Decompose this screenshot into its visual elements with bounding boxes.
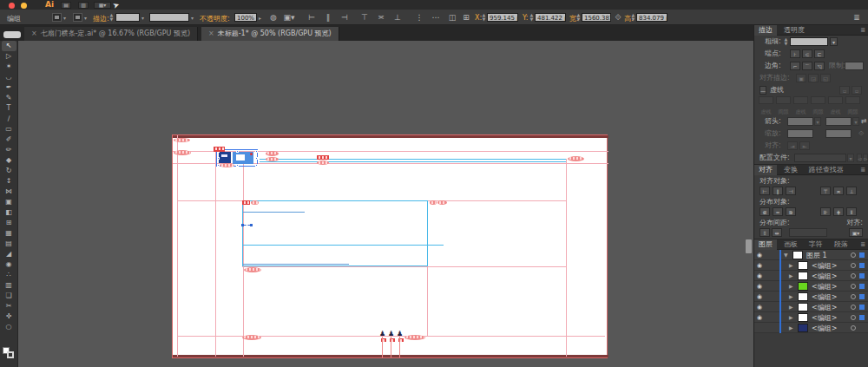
selection-indicator[interactable] <box>859 315 865 320</box>
arrowhead-end-arrow-icon[interactable]: ▾ <box>852 117 859 126</box>
layer-row[interactable]: ◉▶<编组> <box>754 302 868 312</box>
slice-tool[interactable]: ✂ <box>2 301 16 311</box>
selection-indicator[interactable] <box>859 305 865 310</box>
expand-arrow-icon[interactable]: ▶ <box>789 293 793 299</box>
layer-label[interactable]: 图层 1 <box>806 251 827 260</box>
selection-indicator[interactable] <box>859 252 865 258</box>
cyan-frame[interactable] <box>242 200 428 266</box>
selection-handle[interactable] <box>255 157 258 160</box>
line-segment-tool[interactable]: ∕ <box>2 114 16 124</box>
align-to-dropdown[interactable]: ▣▾ <box>849 228 863 237</box>
spacing-field[interactable] <box>789 228 827 237</box>
tab-layers[interactable]: 图层 <box>754 239 777 250</box>
free-transform-tool[interactable]: ▣ <box>2 197 16 207</box>
stroke-weight-stepper[interactable]: ▲▼ <box>109 13 114 22</box>
eraser-tool[interactable]: ◆ <box>2 155 16 166</box>
swap-arrowheads-icon[interactable]: ⇄ <box>861 115 867 128</box>
distribute-left-button[interactable]: ⊪ <box>820 207 831 216</box>
layer-thumbnail[interactable] <box>798 313 808 322</box>
arrow-align-end-button[interactable]: ⇤ <box>799 141 810 150</box>
layer-row[interactable]: ◉▶<编组> <box>754 271 868 281</box>
stroke-weight-arrow-icon[interactable]: ▾ <box>141 15 144 21</box>
arrowhead-end-field[interactable] <box>825 117 852 126</box>
variable-width-arrow-icon[interactable]: ▾ <box>191 15 194 21</box>
magic-wand-tool[interactable]: ✶ <box>2 62 16 72</box>
align-left-icon[interactable]: ⊢ <box>306 12 318 23</box>
dash-value-field-0[interactable] <box>759 96 773 104</box>
visibility-eye-icon[interactable]: ◉ <box>757 262 765 269</box>
paintbrush-tool[interactable]: ✐ <box>2 134 16 145</box>
document-tab-1[interactable]: ×七扇门横条-定.ai* @ 16.67% (RGB/GPU 预览) <box>24 27 198 41</box>
distribute-top-button[interactable]: ⋐ <box>760 207 770 216</box>
distribute-right-button[interactable]: ⫴ <box>846 207 857 216</box>
distribute-hcenter-button[interactable]: ⋕ <box>833 207 844 216</box>
scale-end-field[interactable] <box>825 129 852 138</box>
dash-value-field-5[interactable] <box>845 96 860 104</box>
stroke-weight-field[interactable] <box>115 13 140 22</box>
tab-transparency[interactable]: 透明度 <box>779 25 809 36</box>
corner-miter-button[interactable]: ⌐ <box>790 62 800 70</box>
expand-arrow-icon[interactable]: ▶ <box>789 283 793 289</box>
visibility-eye-icon[interactable]: ◉ <box>757 293 765 300</box>
panel-menu-icon[interactable]: ≣ <box>860 167 865 174</box>
tab-pathfinder[interactable]: 路径查找器 <box>805 165 848 175</box>
scale-tool[interactable]: ↕ <box>2 176 16 187</box>
layer-thumbnail[interactable] <box>792 251 803 259</box>
profile-flip-v-button[interactable]: ▻ <box>863 154 868 162</box>
style-dropdown-icon[interactable]: ▣▾ <box>283 12 295 23</box>
panel-menu-icon[interactable]: ≣ <box>860 27 865 34</box>
fill-stroke-swatches[interactable] <box>3 347 16 359</box>
align-center-h-icon[interactable]: ∥ <box>322 12 334 23</box>
dash-value-field-3[interactable] <box>811 96 825 104</box>
selection-handle[interactable] <box>255 164 258 167</box>
layer-label[interactable]: <编组> <box>812 292 837 302</box>
target-circle-icon[interactable] <box>851 315 856 320</box>
align-stroke-inside-button[interactable]: ◲ <box>808 74 819 82</box>
dash-value-field-1[interactable] <box>776 96 791 104</box>
target-circle-icon[interactable] <box>851 252 856 258</box>
dash-value-field-2[interactable] <box>793 96 808 104</box>
shape-builder-tool[interactable]: ◧ <box>2 207 16 218</box>
expand-arrow-icon[interactable]: ▶ <box>789 324 793 331</box>
layer-row[interactable]: ◉▼图层 1 <box>754 250 868 260</box>
limit-field[interactable] <box>845 62 864 70</box>
layer-label[interactable]: <编组> <box>812 282 837 292</box>
weight-dropdown-icon[interactable]: ▾ <box>830 37 838 46</box>
x-stepper[interactable]: ▲▼ <box>482 13 486 22</box>
arrange-documents-button[interactable]: ▥ <box>78 2 89 9</box>
layer-row[interactable]: ◉▶<编组> <box>754 312 868 323</box>
expand-arrow-icon[interactable]: ▼ <box>784 252 788 258</box>
artboard-tool[interactable]: ❏ <box>2 291 16 301</box>
cap-butt-button[interactable]: ⊦ <box>790 49 800 58</box>
height-field[interactable]: 834.079 px <box>636 13 667 22</box>
direct-selection-tool[interactable]: ▷ <box>2 51 16 62</box>
recolor-artwork-icon[interactable]: ◍ <box>267 12 279 23</box>
tab-character[interactable]: 字符 <box>805 239 827 250</box>
align-h-right-button[interactable]: ⊣ <box>786 187 796 195</box>
align-v-center-button[interactable]: ≍ <box>833 187 844 195</box>
document-tab-2[interactable]: ×未标题-1* @ 50% (RGB/GPU 预览) <box>201 27 339 41</box>
cap-projecting-button[interactable]: ⊏ <box>814 49 825 58</box>
layer-label[interactable]: <编组> <box>812 313 837 323</box>
target-circle-icon[interactable] <box>851 284 856 289</box>
distribute-bottom-button[interactable]: ⋑ <box>786 207 796 216</box>
x-field[interactable]: 959.145 px <box>487 13 518 22</box>
type-tool[interactable]: T <box>2 103 16 114</box>
tab-paragraph[interactable]: 段落 <box>830 239 852 250</box>
weight-stepper[interactable]: ▲▼ <box>784 37 788 46</box>
y-stepper[interactable]: ▲▼ <box>529 13 534 22</box>
distribute-h-icon[interactable]: ⋮ <box>413 12 425 23</box>
layer-label[interactable]: <编组> <box>812 324 837 333</box>
anchor-point[interactable] <box>250 224 253 226</box>
selection-indicator[interactable] <box>859 284 865 289</box>
align-h-center-button[interactable]: ∥ <box>773 187 783 195</box>
window-close-button[interactable] <box>9 3 15 9</box>
variable-width-profile-field[interactable] <box>149 13 189 22</box>
visibility-eye-icon[interactable]: ◉ <box>757 252 765 259</box>
layer-row[interactable]: ◉▶<编组> <box>754 292 868 302</box>
arrow-align-tip-button[interactable]: ⇥ <box>787 141 798 150</box>
stroke-color-proxy[interactable] <box>73 13 82 22</box>
lasso-tool[interactable]: ◡ <box>2 72 16 82</box>
expand-arrow-icon[interactable]: ▶ <box>789 314 793 320</box>
width-field[interactable]: 1560.383 <box>582 13 611 22</box>
